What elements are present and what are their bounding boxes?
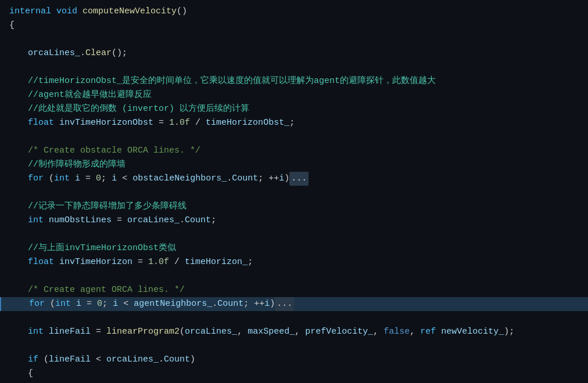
- code-line: int numObstLines = orcaLines_ . Count ;: [0, 214, 588, 227]
- code-line: for ( int i = 0 ; i < obstacleNeighbors_…: [0, 172, 588, 186]
- code-line: internal void computeNewVelocity (): [0, 5, 588, 19]
- code-line: {: [0, 367, 588, 381]
- code-editor: internal void computeNewVelocity () { or…: [0, 0, 588, 383]
- code-line: [0, 130, 588, 144]
- code-line-comment: //记录一下静态障碍增加了多少条障碍线: [0, 200, 588, 214]
- code-line-comment: //此处就是取它的倒数 (invertor) 以方便后续的计算: [0, 102, 588, 116]
- code-line-comment: //agent就会越早做出避障反应: [0, 88, 588, 102]
- code-line-comment: /* Create agent ORCA lines. */: [0, 283, 588, 297]
- code-line-comment: //timeHorizonObst_是安全的时间单位，它乘以速度的值就可以理解为…: [0, 74, 588, 88]
- code-line: [0, 311, 588, 325]
- code-line: linearProgram3 ( orcaLines_ , numObstLin…: [0, 381, 588, 383]
- code-line-highlighted: for ( int i = 0 ; i < agentNeighbors_ . …: [0, 297, 588, 311]
- code-line-comment: //与上面invTimeHorizonObst类似: [0, 241, 588, 255]
- code-line: orcaLines_.Clear();: [0, 46, 588, 60]
- code-line: float invTimeHorizon = 1.0f / timeHorizo…: [0, 255, 588, 269]
- code-line: if ( lineFail < orcaLines_ . Count ): [0, 353, 588, 367]
- function-name: computeNewVelocity: [83, 5, 177, 19]
- code-line-comment: //制作障碍物形成的障墙: [0, 158, 588, 172]
- code-line: {: [0, 19, 588, 32]
- code-line: int lineFail = linearProgram2 ( orcaLine…: [0, 325, 588, 339]
- code-line: [0, 60, 588, 74]
- code-line-comment: /* Create obstacle ORCA lines. */: [0, 144, 588, 158]
- code-line: [0, 227, 588, 241]
- keyword-void: void: [56, 5, 77, 19]
- code-line: [0, 269, 588, 283]
- code-line: [0, 186, 588, 200]
- code-line: [0, 32, 588, 46]
- code-line: float invTimeHorizonObst = 1.0f / timeHo…: [0, 116, 588, 130]
- code-line: [0, 339, 588, 353]
- keyword-internal: internal: [9, 5, 51, 19]
